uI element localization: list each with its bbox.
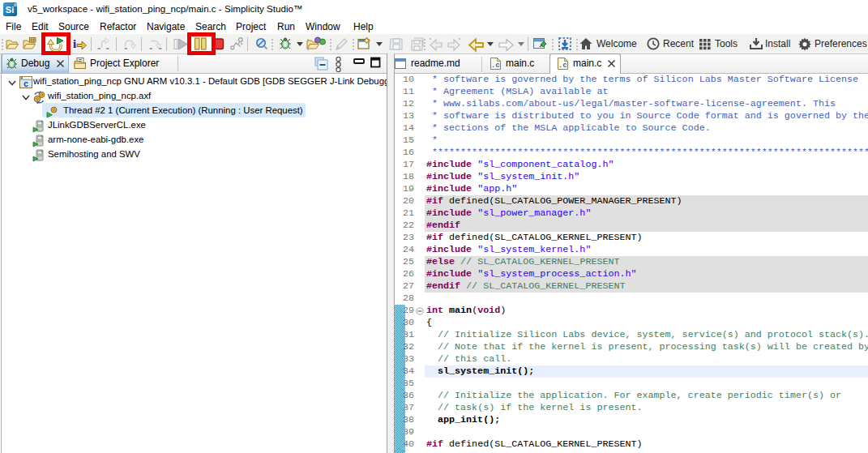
svg-text:c: c xyxy=(24,79,28,88)
svg-text:i: i xyxy=(73,37,76,50)
svg-text:Si: Si xyxy=(6,5,14,15)
